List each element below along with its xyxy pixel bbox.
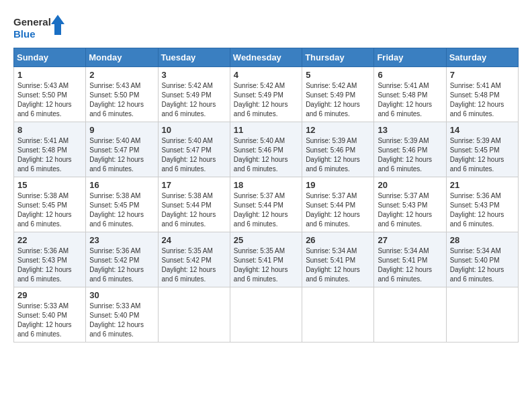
calendar-cell: 4Sunrise: 5:42 AMSunset: 5:49 PMDaylight… [230,67,302,122]
day-info: Sunrise: 5:38 AMSunset: 5:44 PMDaylight:… [162,191,226,229]
weekday-header-tuesday: Tuesday [158,48,230,67]
day-info: Sunrise: 5:34 AMSunset: 5:41 PMDaylight:… [306,246,370,284]
day-info: Sunrise: 5:42 AMSunset: 5:49 PMDaylight:… [234,81,298,119]
day-info: Sunrise: 5:43 AMSunset: 5:50 PMDaylight:… [17,81,82,119]
calendar-cell: 17Sunrise: 5:38 AMSunset: 5:44 PMDayligh… [158,177,230,232]
day-info: Sunrise: 5:39 AMSunset: 5:45 PMDaylight:… [450,136,515,174]
day-number: 12 [306,125,370,135]
calendar-cell: 5Sunrise: 5:42 AMSunset: 5:49 PMDaylight… [302,67,374,122]
calendar-cell: 18Sunrise: 5:37 AMSunset: 5:44 PMDayligh… [230,177,302,232]
day-number: 29 [17,290,82,300]
day-number: 23 [89,235,154,245]
calendar-cell: 26Sunrise: 5:34 AMSunset: 5:41 PMDayligh… [302,232,374,287]
day-info: Sunrise: 5:41 AMSunset: 5:48 PMDaylight:… [378,81,442,119]
day-info: Sunrise: 5:42 AMSunset: 5:49 PMDaylight:… [306,81,370,119]
calendar-cell: 2Sunrise: 5:43 AMSunset: 5:50 PMDaylight… [86,67,158,122]
calendar-cell [446,287,518,342]
day-number: 2 [89,70,154,80]
calendar-cell: 19Sunrise: 5:37 AMSunset: 5:44 PMDayligh… [302,177,374,232]
svg-text:General: General [13,16,51,28]
day-number: 10 [162,125,226,135]
calendar-week-3: 15Sunrise: 5:38 AMSunset: 5:45 PMDayligh… [14,177,519,232]
day-info: Sunrise: 5:39 AMSunset: 5:46 PMDaylight:… [306,136,370,174]
day-number: 7 [450,70,515,80]
weekday-header-wednesday: Wednesday [230,48,302,67]
day-info: Sunrise: 5:37 AMSunset: 5:44 PMDaylight:… [234,191,298,229]
day-info: Sunrise: 5:35 AMSunset: 5:42 PMDaylight:… [162,246,226,284]
day-info: Sunrise: 5:33 AMSunset: 5:40 PMDaylight:… [17,302,82,339]
day-info: Sunrise: 5:41 AMSunset: 5:48 PMDaylight:… [17,136,82,174]
calendar-cell: 28Sunrise: 5:34 AMSunset: 5:40 PMDayligh… [446,232,518,287]
day-number: 11 [234,125,298,135]
calendar-cell: 16Sunrise: 5:38 AMSunset: 5:45 PMDayligh… [86,177,158,232]
calendar-cell: 7Sunrise: 5:41 AMSunset: 5:48 PMDaylight… [446,67,518,122]
calendar-week-4: 22Sunrise: 5:36 AMSunset: 5:43 PMDayligh… [14,232,519,287]
calendar-week-2: 8Sunrise: 5:41 AMSunset: 5:48 PMDaylight… [14,122,519,177]
calendar-week-1: 1Sunrise: 5:43 AMSunset: 5:50 PMDaylight… [14,67,519,122]
calendar-cell: 10Sunrise: 5:40 AMSunset: 5:47 PMDayligh… [158,122,230,177]
day-number: 4 [234,70,298,80]
day-info: Sunrise: 5:35 AMSunset: 5:41 PMDaylight:… [234,246,298,284]
day-info: Sunrise: 5:36 AMSunset: 5:43 PMDaylight:… [17,246,82,284]
calendar-cell: 11Sunrise: 5:40 AMSunset: 5:46 PMDayligh… [230,122,302,177]
logo-icon: General Blue [13,13,67,44]
day-number: 9 [89,125,154,135]
calendar-cell: 23Sunrise: 5:36 AMSunset: 5:42 PMDayligh… [86,232,158,287]
calendar-cell: 15Sunrise: 5:38 AMSunset: 5:45 PMDayligh… [14,177,86,232]
weekday-header-row: SundayMondayTuesdayWednesdayThursdayFrid… [14,48,519,67]
calendar-cell: 21Sunrise: 5:36 AMSunset: 5:43 PMDayligh… [446,177,518,232]
day-number: 8 [17,125,82,135]
weekday-header-sunday: Sunday [14,48,86,67]
day-info: Sunrise: 5:38 AMSunset: 5:45 PMDaylight:… [89,191,154,229]
day-number: 15 [17,180,82,190]
day-info: Sunrise: 5:42 AMSunset: 5:49 PMDaylight:… [162,81,226,119]
logo: General Blue [13,13,67,44]
day-info: Sunrise: 5:36 AMSunset: 5:43 PMDaylight:… [450,191,515,229]
day-info: Sunrise: 5:38 AMSunset: 5:45 PMDaylight:… [17,191,82,229]
day-info: Sunrise: 5:37 AMSunset: 5:43 PMDaylight:… [378,191,442,229]
calendar-cell: 8Sunrise: 5:41 AMSunset: 5:48 PMDaylight… [14,122,86,177]
day-info: Sunrise: 5:41 AMSunset: 5:48 PMDaylight:… [450,81,515,119]
day-number: 28 [450,235,515,245]
calendar-cell: 29Sunrise: 5:33 AMSunset: 5:40 PMDayligh… [14,287,86,342]
day-number: 30 [89,290,154,300]
weekday-header-monday: Monday [86,48,158,67]
day-info: Sunrise: 5:33 AMSunset: 5:40 PMDaylight:… [89,302,154,339]
day-info: Sunrise: 5:37 AMSunset: 5:44 PMDaylight:… [306,191,370,229]
day-info: Sunrise: 5:34 AMSunset: 5:40 PMDaylight:… [450,246,515,284]
calendar-cell: 13Sunrise: 5:39 AMSunset: 5:46 PMDayligh… [374,122,446,177]
calendar-cell [230,287,302,342]
weekday-header-friday: Friday [374,48,446,67]
day-info: Sunrise: 5:40 AMSunset: 5:47 PMDaylight:… [162,136,226,174]
day-number: 18 [234,180,298,190]
day-number: 5 [306,70,370,80]
calendar-cell: 6Sunrise: 5:41 AMSunset: 5:48 PMDaylight… [374,67,446,122]
day-number: 13 [378,125,442,135]
day-info: Sunrise: 5:39 AMSunset: 5:46 PMDaylight:… [378,136,442,174]
calendar-cell [302,287,374,342]
calendar-cell [374,287,446,342]
svg-text:Blue: Blue [13,28,36,40]
calendar-cell: 14Sunrise: 5:39 AMSunset: 5:45 PMDayligh… [446,122,518,177]
day-info: Sunrise: 5:43 AMSunset: 5:50 PMDaylight:… [89,81,154,119]
calendar-cell: 1Sunrise: 5:43 AMSunset: 5:50 PMDaylight… [14,67,86,122]
page-header: General Blue [13,13,519,44]
calendar-cell: 22Sunrise: 5:36 AMSunset: 5:43 PMDayligh… [14,232,86,287]
day-number: 14 [450,125,515,135]
day-number: 27 [378,235,442,245]
day-number: 6 [378,70,442,80]
calendar-cell: 30Sunrise: 5:33 AMSunset: 5:40 PMDayligh… [86,287,158,342]
svg-marker-2 [51,15,64,35]
calendar-cell: 20Sunrise: 5:37 AMSunset: 5:43 PMDayligh… [374,177,446,232]
day-number: 19 [306,180,370,190]
calendar-cell: 3Sunrise: 5:42 AMSunset: 5:49 PMDaylight… [158,67,230,122]
day-number: 17 [162,180,226,190]
day-number: 16 [89,180,154,190]
day-info: Sunrise: 5:34 AMSunset: 5:41 PMDaylight:… [378,246,442,284]
day-number: 22 [17,235,82,245]
day-number: 21 [450,180,515,190]
day-number: 24 [162,235,226,245]
calendar-cell: 24Sunrise: 5:35 AMSunset: 5:42 PMDayligh… [158,232,230,287]
calendar-table: SundayMondayTuesdayWednesdayThursdayFrid… [13,48,519,342]
weekday-header-thursday: Thursday [302,48,374,67]
